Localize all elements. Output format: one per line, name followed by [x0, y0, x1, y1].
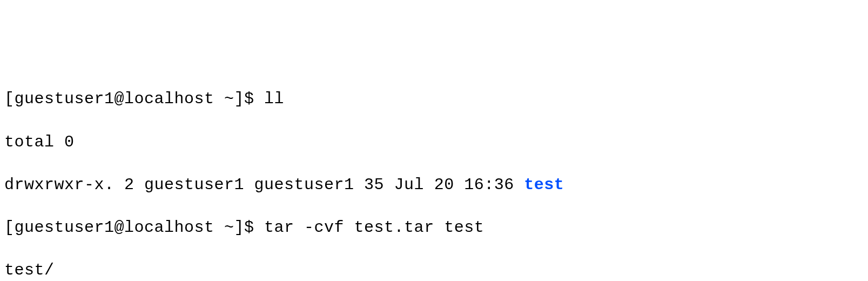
terminal-line-prompt: [guestuser1@localhost ~]$ tar -cvf test.…	[4, 217, 864, 239]
file-details: drwxrwxr-x. 2 guestuser1 guestuser1 35 J…	[4, 176, 524, 194]
shell-prompt: [guestuser1@localhost ~]$	[4, 90, 264, 108]
shell-prompt: [guestuser1@localhost ~]$	[4, 218, 264, 237]
terminal-output-line: test/	[4, 260, 864, 281]
command-text: ll	[264, 90, 284, 108]
command-text: tar -cvf test.tar test	[264, 218, 484, 237]
terminal-output-total: total 0	[4, 132, 864, 153]
directory-name: test	[524, 176, 564, 194]
terminal-line-prompt: [guestuser1@localhost ~]$ ll	[4, 89, 864, 110]
terminal-output-entry: drwxrwxr-x. 2 guestuser1 guestuser1 35 J…	[4, 175, 864, 196]
